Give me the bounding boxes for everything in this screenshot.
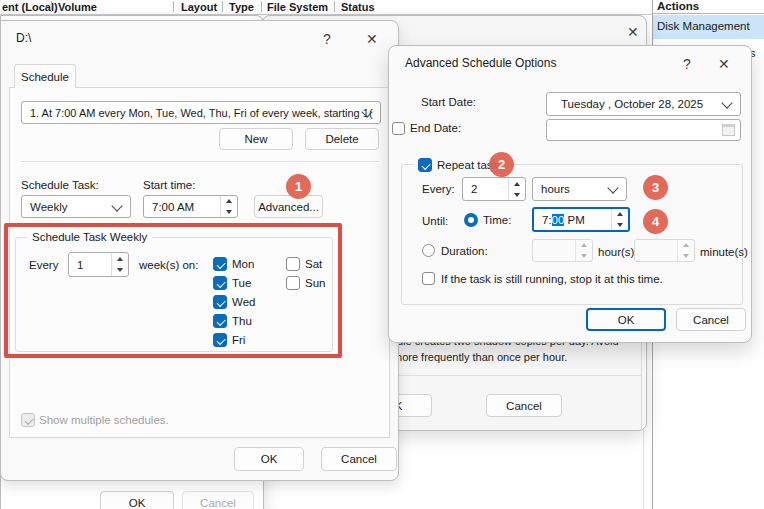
checkbox-show-multiple[interactable] xyxy=(21,413,35,427)
annotation-badge-2: 2 xyxy=(489,152,514,177)
schedule-help-icon[interactable]: ? xyxy=(323,31,331,47)
schedule-task-value: Weekly xyxy=(30,201,68,213)
spinner-buttons[interactable] xyxy=(508,178,525,200)
schedule-task-label: Schedule Task: xyxy=(21,179,99,191)
checkbox-end-date[interactable] xyxy=(392,122,405,135)
advanced-button[interactable]: Advanced... xyxy=(254,195,323,218)
schedule-ok-button[interactable]: OK xyxy=(234,447,304,471)
column-node: ent (Local) xyxy=(2,1,58,13)
stop-task-label: If the task is still running, stop it at… xyxy=(441,273,663,285)
volume-list-header: ent (Local) Volume Layout Type File Syst… xyxy=(0,0,652,15)
advanced-close-icon[interactable]: ✕ xyxy=(718,56,730,72)
column-separator[interactable] xyxy=(51,1,52,12)
settings-cancel-label: Cancel xyxy=(506,400,542,412)
checkbox-stop-task[interactable] xyxy=(422,272,435,285)
properties-cancel-button[interactable]: Cancel xyxy=(182,491,254,509)
spin-down-icon xyxy=(226,210,232,214)
repeat-every-spinner[interactable]: 2 xyxy=(462,177,526,201)
spin-up-icon xyxy=(683,243,689,247)
schedule-cancel-button[interactable]: Cancel xyxy=(321,447,397,471)
column-separator[interactable] xyxy=(334,1,335,12)
spin-down-icon xyxy=(617,223,623,227)
settings-note-line2: more frequently than once per hour. xyxy=(393,351,567,363)
spinner-buttons[interactable] xyxy=(575,240,592,261)
start-date-label: Start Date: xyxy=(421,96,476,108)
properties-ok-label: OK xyxy=(129,497,146,509)
time-minutes-selected: 00 xyxy=(552,214,565,226)
schedule-cancel-label: Cancel xyxy=(341,453,377,465)
column-status: Status xyxy=(341,1,375,13)
schedule-summary-value: 1. At 7:00 AM every Mon, Tue, Wed, Thu, … xyxy=(30,107,373,119)
until-label: Until: xyxy=(422,215,448,227)
properties-ok-button[interactable]: OK xyxy=(100,491,174,509)
advanced-dialog-title: Advanced Schedule Options xyxy=(405,56,556,70)
schedule-summary-combobox[interactable]: 1. At 7:00 AM every Mon, Tue, Wed, Thu, … xyxy=(21,101,381,124)
annotation-badge-4: 4 xyxy=(643,209,668,234)
delete-button[interactable]: Delete xyxy=(305,128,379,150)
chevron-down-icon xyxy=(607,182,618,193)
repeat-unit-value: hours xyxy=(541,183,570,195)
new-button-label: New xyxy=(244,133,267,145)
new-button[interactable]: New xyxy=(219,128,293,150)
time-ampm: PM xyxy=(564,214,584,226)
end-date-field[interactable] xyxy=(546,119,741,141)
spin-up-icon xyxy=(514,182,520,186)
settings-close-icon[interactable]: ✕ xyxy=(627,24,639,40)
column-layout: Layout xyxy=(181,1,217,13)
checkbox-repeat-task[interactable] xyxy=(418,158,432,172)
spinner-buttons[interactable] xyxy=(220,196,237,217)
start-date-combobox[interactable]: Tuesday , October 28, 2025 xyxy=(546,92,741,116)
end-date-label: End Date: xyxy=(410,122,461,134)
column-file-system: File System xyxy=(267,1,328,13)
advanced-cancel-button[interactable]: Cancel xyxy=(676,308,746,331)
show-multiple-label: Show multiple schedules. xyxy=(39,414,169,426)
start-date-value: Tuesday , October 28, 2025 xyxy=(561,98,703,110)
spinner-buttons[interactable] xyxy=(677,240,694,261)
schedule-close-icon[interactable]: ✕ xyxy=(366,31,378,47)
radio-time[interactable] xyxy=(464,213,478,227)
until-time-spinner[interactable]: 7:00 PM xyxy=(532,207,630,232)
advanced-ok-label: OK xyxy=(618,314,635,326)
schedule-task-combobox[interactable]: Weekly xyxy=(21,195,131,218)
duration-hours-label: hour(s) xyxy=(598,246,634,258)
advanced-options-dialog: Advanced Schedule Options ? ✕ Start Date… xyxy=(388,45,752,343)
delete-button-label: Delete xyxy=(325,133,358,145)
spin-down-icon xyxy=(683,254,689,258)
chevron-down-icon xyxy=(721,97,732,108)
until-time-value: 7:00 PM xyxy=(542,214,585,226)
advanced-help-icon[interactable]: ? xyxy=(683,56,691,72)
time-label: Time: xyxy=(483,214,511,226)
duration-minutes-label: minute(s) xyxy=(700,246,748,258)
repeat-every-value: 2 xyxy=(471,183,477,195)
column-separator[interactable] xyxy=(173,1,174,12)
chevron-down-icon xyxy=(111,200,122,211)
start-time-label: Start time: xyxy=(143,179,195,191)
screenshot-root: ent (Local) Volume Layout Type File Syst… xyxy=(0,0,764,509)
schedule-dialog: D:\ ? ✕ Schedule 1. At 7:00 AM every Mon… xyxy=(0,20,399,481)
settings-cancel-button[interactable]: Cancel xyxy=(486,394,562,417)
spin-down-icon xyxy=(581,254,587,258)
spinner-buttons[interactable] xyxy=(611,209,628,230)
column-separator[interactable] xyxy=(261,1,262,12)
duration-hours-spinner[interactable] xyxy=(532,239,593,262)
schedule-dialog-title: D:\ xyxy=(16,31,31,45)
duration-minutes-spinner[interactable] xyxy=(634,239,695,262)
spin-up-icon xyxy=(226,199,232,203)
tab-schedule[interactable]: Schedule xyxy=(14,64,76,88)
spin-up-icon xyxy=(581,243,587,247)
time-hour: 7: xyxy=(542,214,552,226)
repeat-unit-combobox[interactable]: hours xyxy=(532,177,627,201)
advanced-ok-button[interactable]: OK xyxy=(586,308,666,331)
section-divider xyxy=(21,161,379,162)
annotation-rectangle xyxy=(4,223,342,358)
column-separator[interactable] xyxy=(222,1,223,12)
spin-up-icon xyxy=(617,212,623,216)
start-time-spinner[interactable]: 7:00 AM xyxy=(143,195,238,218)
advanced-button-label: Advanced... xyxy=(258,201,319,213)
spin-down-icon xyxy=(514,193,520,197)
actions-item-disk-management[interactable]: Disk Management xyxy=(653,15,764,39)
column-volume: Volume xyxy=(58,1,97,13)
start-time-value: 7:00 AM xyxy=(152,201,194,213)
radio-duration[interactable] xyxy=(422,244,435,257)
advanced-cancel-label: Cancel xyxy=(693,314,729,326)
